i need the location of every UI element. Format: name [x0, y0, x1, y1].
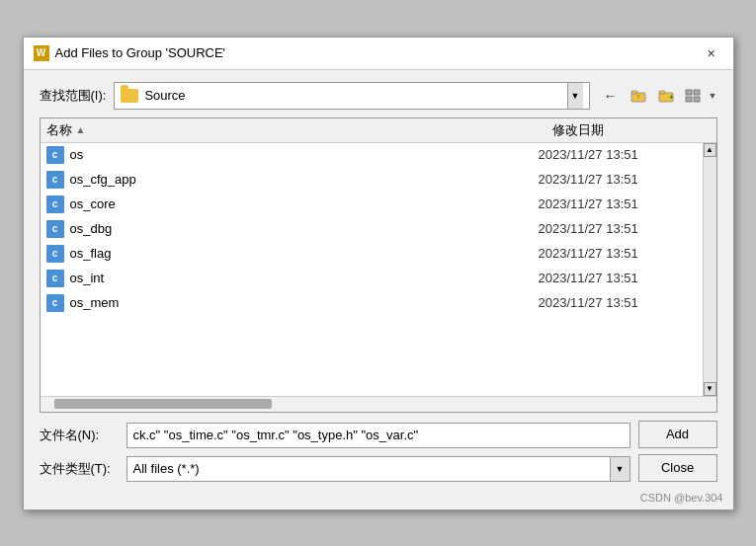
filetype-label: 文件类型(T):	[40, 460, 119, 478]
dialog: W Add Files to Group 'SOURCE' × 查找范围(I):…	[23, 37, 734, 510]
table-row[interactable]: cos2023/11/27 13:51	[41, 143, 703, 168]
form-section: 文件名(N): 文件类型(T): All files (*.*) ▼	[40, 423, 630, 482]
file-name: os_cfg_app	[70, 172, 539, 187]
file-name: os_int	[70, 271, 539, 285]
location-value: Source	[144, 88, 560, 103]
svg-text:+: +	[669, 93, 674, 102]
filetype-dropdown-arrow[interactable]: ▼	[610, 457, 630, 481]
close-button[interactable]: Close	[638, 454, 717, 482]
dialog-title: Add Files to Group 'SOURCE'	[55, 45, 226, 60]
table-row[interactable]: cos_core2023/11/27 13:51	[41, 193, 703, 217]
table-row[interactable]: cos_cfg_app2023/11/27 13:51	[41, 168, 703, 193]
col-name-header: 名称 ▲	[46, 121, 552, 139]
file-date: 2023/11/27 13:51	[539, 271, 697, 285]
dropdown-arrow-icon[interactable]: ▼	[567, 83, 583, 109]
folder-icon	[121, 89, 138, 103]
filetype-value: All files (*.*)	[133, 461, 610, 476]
svg-rect-9	[694, 97, 700, 102]
svg-rect-7	[694, 90, 700, 95]
c-file-icon: c	[46, 270, 64, 287]
action-buttons: Add Close	[630, 421, 717, 482]
file-list-header: 名称 ▲ 修改日期	[41, 118, 716, 143]
col-date-header: 修改日期	[552, 121, 711, 139]
filetype-row: 文件类型(T): All files (*.*) ▼	[40, 456, 630, 482]
horizontal-scrollbar[interactable]	[41, 396, 716, 412]
svg-rect-4	[659, 91, 665, 94]
file-date: 2023/11/27 13:51	[539, 196, 697, 211]
file-name: os_core	[70, 196, 539, 211]
hscroll-thumb[interactable]	[54, 399, 272, 409]
file-name: os_flag	[70, 246, 539, 261]
filetype-select[interactable]: All files (*.*) ▼	[126, 456, 630, 482]
svg-text:↑: ↑	[636, 93, 640, 100]
close-icon[interactable]: ×	[700, 43, 723, 63]
file-date: 2023/11/27 13:51	[539, 147, 697, 162]
table-row[interactable]: cos_mem2023/11/27 13:51	[41, 291, 703, 316]
toolbar-icons: ← ↑ +	[598, 83, 717, 109]
back-button[interactable]: ←	[598, 83, 624, 109]
file-date: 2023/11/27 13:51	[539, 172, 697, 187]
svg-rect-8	[686, 97, 692, 102]
scroll-up-button[interactable]: ▲	[704, 143, 716, 157]
c-file-icon: c	[46, 294, 64, 312]
file-name: os	[70, 147, 539, 162]
watermark-area: CSDN @bev.304	[24, 494, 733, 509]
vertical-scrollbar[interactable]: ▲ ▼	[703, 143, 716, 396]
c-file-icon: c	[46, 146, 64, 164]
table-row[interactable]: cos_dbg2023/11/27 13:51	[41, 217, 703, 242]
location-dropdown[interactable]: Source ▼	[114, 82, 589, 110]
location-label: 查找范围(I):	[40, 87, 107, 105]
svg-rect-6	[686, 90, 692, 95]
title-bar: W Add Files to Group 'SOURCE' ×	[24, 38, 733, 70]
c-file-icon: c	[46, 195, 64, 213]
file-date: 2023/11/27 13:51	[539, 246, 697, 261]
watermark-text: CSDN @bev.304	[640, 492, 723, 504]
bottom-section: 文件名(N): 文件类型(T): All files (*.*) ▼ Add C…	[40, 421, 717, 482]
app-icon: W	[34, 45, 49, 61]
file-list-container: 名称 ▲ 修改日期 cos2023/11/27 13:51cos_cfg_app…	[40, 117, 717, 413]
add-button[interactable]: Add	[638, 421, 717, 448]
title-bar-left: W Add Files to Group 'SOURCE'	[34, 45, 226, 61]
c-file-icon: c	[46, 220, 64, 238]
scroll-down-button[interactable]: ▼	[704, 382, 716, 396]
new-folder-button[interactable]: +	[653, 83, 679, 109]
location-row: 查找范围(I): Source ▼ ← ↑	[40, 82, 717, 110]
file-list: cos2023/11/27 13:51cos_cfg_app2023/11/27…	[41, 143, 703, 396]
sort-arrow-icon: ▲	[76, 124, 86, 135]
view-dropdown-arrow[interactable]: ▼	[709, 91, 717, 101]
c-file-icon: c	[46, 245, 64, 263]
file-name: os_dbg	[70, 221, 539, 236]
file-list-wrapper: cos2023/11/27 13:51cos_cfg_app2023/11/27…	[41, 143, 716, 396]
filename-input[interactable]	[126, 423, 630, 448]
table-row[interactable]: cos_int2023/11/27 13:51	[41, 267, 703, 291]
folder-up-button[interactable]: ↑	[626, 83, 651, 109]
file-date: 2023/11/27 13:51	[539, 221, 697, 236]
table-row[interactable]: cos_flag2023/11/27 13:51	[41, 242, 703, 267]
file-name: os_mem	[70, 295, 539, 310]
filename-row: 文件名(N):	[40, 423, 630, 448]
file-date: 2023/11/27 13:51	[539, 295, 697, 310]
dialog-body: 查找范围(I): Source ▼ ← ↑	[24, 70, 733, 494]
view-button[interactable]	[681, 83, 707, 109]
filename-label: 文件名(N):	[40, 427, 119, 444]
c-file-icon: c	[46, 171, 64, 189]
scroll-track	[704, 157, 716, 382]
